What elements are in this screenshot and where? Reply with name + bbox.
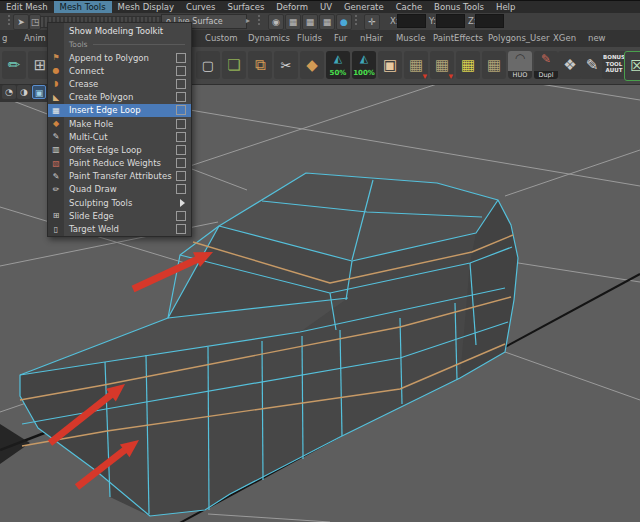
huo-script-icon[interactable]: HUO bbox=[508, 51, 532, 79]
section-separator[interactable] bbox=[258, 15, 260, 27]
pen-tool-icon[interactable] bbox=[580, 51, 604, 79]
menu-item-sculpting-tools[interactable]: Sculpting Tools bbox=[48, 196, 191, 209]
bonus-tool-icon[interactable]: BONUS TOOL AUUT bbox=[602, 51, 626, 79]
menu-item-label: Target Weld bbox=[64, 224, 176, 234]
menu-item-label: Create Polygon bbox=[64, 92, 176, 102]
cube-primitive-icon[interactable] bbox=[378, 51, 402, 79]
make-live-icon[interactable]: ● bbox=[336, 14, 352, 30]
menu-item-paint-transfer-attributes[interactable]: ✎ Paint Transfer Attributes bbox=[48, 170, 191, 183]
shelf-tab-nhair[interactable]: nHair bbox=[354, 30, 389, 47]
option-box[interactable] bbox=[176, 132, 186, 142]
selection-mode-icon[interactable]: ➤ bbox=[13, 14, 29, 30]
menu-item-multi-cut[interactable]: ✎ Multi-Cut bbox=[48, 130, 191, 143]
crease-icon: ◗ bbox=[48, 77, 64, 90]
snap-grid-icon[interactable]: ◉ bbox=[268, 14, 284, 30]
diamond-tiles-icon[interactable] bbox=[558, 51, 582, 79]
paint-transfer-attributes-icon: ✎ bbox=[48, 170, 64, 183]
maya-window: { "menubar": { "items": ["Edit Mesh","Me… bbox=[0, 0, 640, 522]
wire-sphere-icon[interactable]: ▣ bbox=[32, 85, 46, 99]
section-separator[interactable] bbox=[8, 15, 10, 27]
shelf-tab-muscle[interactable]: Muscle bbox=[390, 30, 431, 47]
option-box[interactable] bbox=[176, 171, 186, 181]
shelf-tab-dynamics[interactable]: Dynamics bbox=[242, 30, 296, 47]
menu-item-label: Offset Edge Loop bbox=[64, 145, 176, 155]
menu-bonus-tools[interactable]: Bonus Tools bbox=[428, 1, 490, 13]
menu-item-insert-edge-loop[interactable]: ▦ Insert Edge Loop bbox=[48, 104, 191, 117]
menu-item-show-modeling-toolkit[interactable]: Show Modeling Toolkit bbox=[48, 23, 191, 38]
poly-pen-tool-icon[interactable] bbox=[2, 51, 26, 79]
hundred-percent-label: 100% bbox=[352, 69, 376, 77]
menu-item-append-to-polygon[interactable]: ⚑ Append to Polygon bbox=[48, 51, 191, 64]
menu-surfaces[interactable]: Surfaces bbox=[222, 1, 271, 13]
section-separator[interactable] bbox=[355, 15, 357, 27]
shelf-tab-partial[interactable]: g bbox=[0, 30, 13, 47]
y-input[interactable] bbox=[436, 14, 465, 28]
paint-reduce-weights-icon: ▧ bbox=[48, 157, 64, 170]
snap-curve-icon[interactable]: ▦ bbox=[285, 14, 301, 30]
grid-yellow-icon[interactable] bbox=[456, 51, 480, 79]
playback-100-icon[interactable]: 100% bbox=[352, 51, 376, 79]
shelf-tab-painteffects[interactable]: PaintEffects bbox=[427, 30, 489, 47]
green-checker-icon[interactable] bbox=[624, 51, 640, 81]
menu-edit-mesh[interactable]: Edit Mesh bbox=[0, 1, 54, 13]
marquee-select-icon[interactable] bbox=[196, 51, 220, 79]
menu-item-quad-draw[interactable]: ✏ Quad Draw bbox=[48, 183, 191, 196]
option-box[interactable] bbox=[176, 158, 186, 168]
grid-arrow-icon[interactable] bbox=[430, 51, 454, 79]
z-input[interactable] bbox=[475, 14, 504, 28]
menu-item-make-hole[interactable]: ◆ Make Hole bbox=[48, 117, 191, 130]
x-input[interactable] bbox=[397, 14, 426, 28]
option-box[interactable] bbox=[176, 53, 186, 63]
expander-arrow-icon[interactable]: ▸ bbox=[246, 16, 250, 25]
option-box[interactable] bbox=[176, 66, 186, 76]
shelf-tab-new[interactable]: new bbox=[582, 30, 612, 47]
shelf-tab-xgen[interactable]: XGen bbox=[547, 30, 582, 47]
shelf-tab-fluids[interactable]: Fluids bbox=[291, 30, 328, 47]
menu-help[interactable]: Help bbox=[490, 1, 521, 13]
menu-item-label: Sculpting Tools bbox=[64, 198, 180, 208]
menu-deform[interactable]: Deform bbox=[270, 1, 314, 13]
absolute-transform-icon[interactable]: ✛ bbox=[364, 14, 380, 30]
option-box[interactable] bbox=[176, 105, 186, 115]
option-box[interactable] bbox=[176, 79, 186, 89]
menu-uv[interactable]: UV bbox=[314, 1, 338, 13]
duplicate-script-icon[interactable]: Dupl bbox=[534, 51, 558, 79]
cut-tool-icon[interactable] bbox=[274, 51, 298, 79]
grid-arrow-icon[interactable] bbox=[404, 51, 428, 79]
option-box[interactable] bbox=[176, 92, 186, 102]
y-axis-label: Y: bbox=[429, 16, 436, 26]
menu-item-create-polygon[interactable]: ◣ Create Polygon bbox=[48, 91, 191, 104]
connect-icon: ● bbox=[48, 64, 64, 77]
menu-item-label: Make Hole bbox=[64, 119, 176, 129]
option-box[interactable] bbox=[176, 224, 186, 234]
menu-section-tools: Tools bbox=[48, 38, 191, 51]
circle-half-icon[interactable]: ◑ bbox=[17, 85, 31, 99]
playback-50-icon[interactable]: 50% bbox=[326, 51, 350, 79]
shelf-tab-polygons-user[interactable]: Polygons_User bbox=[482, 30, 555, 47]
menu-cache[interactable]: Cache bbox=[390, 1, 428, 13]
menu-item-label: Append to Polygon bbox=[64, 53, 176, 63]
menu-item-paint-reduce-weights[interactable]: ▧ Paint Reduce Weights bbox=[48, 157, 191, 170]
shelf-tab-custom[interactable]: Custom bbox=[199, 30, 244, 47]
menu-curves[interactable]: Curves bbox=[180, 1, 222, 13]
duplicate-plane-icon[interactable] bbox=[248, 51, 272, 79]
menu-generate[interactable]: Generate bbox=[338, 1, 390, 13]
option-box[interactable] bbox=[176, 184, 186, 194]
snap-plane-icon[interactable]: ▦ bbox=[319, 14, 335, 30]
menu-mesh-tools[interactable]: Mesh Tools bbox=[54, 1, 112, 13]
shelf-tab-fur[interactable]: Fur bbox=[328, 30, 353, 47]
menu-item-offset-edge-loop[interactable]: ▥ Offset Edge Loop bbox=[48, 143, 191, 156]
combine-mesh-icon[interactable] bbox=[222, 51, 246, 79]
circle-quarter-icon[interactable]: ◔ bbox=[2, 85, 16, 99]
option-box[interactable] bbox=[176, 211, 186, 221]
option-box[interactable] bbox=[176, 145, 186, 155]
option-box[interactable] bbox=[176, 119, 186, 129]
menu-item-slide-edge[interactable]: ⊞ Slide Edge bbox=[48, 209, 191, 222]
grid-plane-icon[interactable] bbox=[482, 51, 506, 79]
poly-diamond-icon[interactable] bbox=[300, 51, 324, 79]
menu-mesh-display[interactable]: Mesh Display bbox=[112, 1, 180, 13]
menu-item-crease[interactable]: ◗ Crease bbox=[48, 77, 191, 90]
menu-item-connect[interactable]: ● Connect bbox=[48, 64, 191, 77]
snap-point-icon[interactable]: ▦ bbox=[302, 14, 318, 30]
menu-item-target-weld[interactable]: ▯ Target Weld bbox=[48, 222, 191, 235]
